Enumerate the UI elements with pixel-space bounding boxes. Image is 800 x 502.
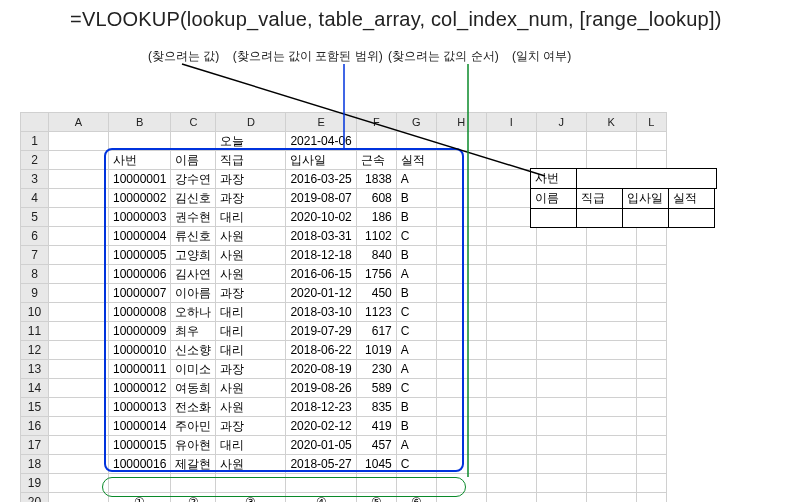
cell-name[interactable]: 유아현 [171, 436, 216, 455]
cell-date[interactable]: 2020-08-19 [286, 360, 356, 379]
cell-grade[interactable]: B [396, 417, 436, 436]
cell-rank[interactable]: 과장 [216, 170, 286, 189]
table-row[interactable]: 1410000012여동희사원2019-08-26589C [21, 379, 667, 398]
cell-rank[interactable]: 과장 [216, 360, 286, 379]
cell-name[interactable]: 오하나 [171, 303, 216, 322]
cell-days[interactable]: 835 [356, 398, 396, 417]
cell-id[interactable]: 10000012 [109, 379, 171, 398]
row-3[interactable]: 3 [21, 170, 49, 189]
cell-rank[interactable]: 과장 [216, 284, 286, 303]
row-19[interactable]: 19 [21, 474, 49, 493]
cell-date[interactable]: 2018-03-10 [286, 303, 356, 322]
table-row[interactable]: 1210000010신소향대리2018-06-221019A [21, 341, 667, 360]
cell-rank[interactable]: 사원 [216, 379, 286, 398]
cell-date[interactable]: 2020-01-12 [286, 284, 356, 303]
lookup-table-2[interactable]: 이름 직급 입사일 실적 [530, 188, 715, 228]
cell-date[interactable]: 2018-06-22 [286, 341, 356, 360]
cell-days[interactable]: 1756 [356, 265, 396, 284]
cell-grade[interactable]: A [396, 170, 436, 189]
cell-days[interactable]: 450 [356, 284, 396, 303]
cell-grade[interactable]: C [396, 322, 436, 341]
cell-id[interactable]: 10000010 [109, 341, 171, 360]
cell-id[interactable]: 10000003 [109, 208, 171, 227]
cell-date[interactable]: 2020-02-12 [286, 417, 356, 436]
hdr-rank[interactable]: 직급 [216, 151, 286, 170]
cell-date[interactable]: 2018-03-31 [286, 227, 356, 246]
cell-name[interactable]: 이미소 [171, 360, 216, 379]
col-A[interactable]: A [49, 113, 109, 132]
row-1[interactable]: 1 [21, 132, 49, 151]
cell-date[interactable]: 2018-05-27 [286, 455, 356, 474]
cell-id[interactable]: 10000002 [109, 189, 171, 208]
cell-days[interactable]: 1045 [356, 455, 396, 474]
cell-date[interactable]: 2019-07-29 [286, 322, 356, 341]
lookup-sabun-value[interactable] [577, 169, 717, 189]
col-C[interactable]: C [171, 113, 216, 132]
circle-2[interactable]: ② [171, 493, 216, 503]
cell-rank[interactable]: 과장 [216, 189, 286, 208]
row-16[interactable]: 16 [21, 417, 49, 436]
cell-grade[interactable]: A [396, 436, 436, 455]
lookup-name-value[interactable] [531, 209, 577, 228]
hdr-name[interactable]: 이름 [171, 151, 216, 170]
row-11[interactable]: 11 [21, 322, 49, 341]
cell-rank[interactable]: 사원 [216, 246, 286, 265]
cell-rank[interactable]: 대리 [216, 341, 286, 360]
lookup-sabun-label[interactable]: 사번 [531, 169, 577, 189]
cell-id[interactable]: 10000013 [109, 398, 171, 417]
col-J[interactable]: J [536, 113, 586, 132]
cell-rank[interactable]: 사원 [216, 398, 286, 417]
cell-today-label[interactable]: 오늘 [216, 132, 286, 151]
cell-grade[interactable]: A [396, 265, 436, 284]
cell-name[interactable]: 전소화 [171, 398, 216, 417]
cell-id[interactable]: 10000014 [109, 417, 171, 436]
cell-name[interactable]: 최우 [171, 322, 216, 341]
cell-id[interactable]: 10000005 [109, 246, 171, 265]
cell-grade[interactable]: B [396, 246, 436, 265]
cell-rank[interactable]: 대리 [216, 208, 286, 227]
cell-grade[interactable]: C [396, 455, 436, 474]
col-L[interactable]: L [636, 113, 666, 132]
cell-rank[interactable]: 사원 [216, 455, 286, 474]
col-G[interactable]: G [396, 113, 436, 132]
col-H[interactable]: H [436, 113, 486, 132]
cell-days[interactable]: 589 [356, 379, 396, 398]
cell-id[interactable]: 10000016 [109, 455, 171, 474]
cell-grade[interactable]: C [396, 303, 436, 322]
lookup-rank-value[interactable] [577, 209, 623, 228]
table-row[interactable]: 1010000008오하나대리2018-03-101123C [21, 303, 667, 322]
cell-name[interactable]: 주아민 [171, 417, 216, 436]
cell-rank[interactable]: 과장 [216, 417, 286, 436]
cell-grade[interactable]: B [396, 208, 436, 227]
cell-grade[interactable]: C [396, 379, 436, 398]
row-20[interactable]: 20 [21, 493, 49, 503]
row-2[interactable]: 2 [21, 151, 49, 170]
row-14[interactable]: 14 [21, 379, 49, 398]
cell-name[interactable]: 고양희 [171, 246, 216, 265]
cell-name[interactable]: 이아름 [171, 284, 216, 303]
cell-days[interactable]: 1838 [356, 170, 396, 189]
row-15[interactable]: 15 [21, 398, 49, 417]
hdr-sabun[interactable]: 사번 [109, 151, 171, 170]
cell-name[interactable]: 강수연 [171, 170, 216, 189]
cell-days[interactable]: 608 [356, 189, 396, 208]
hdr-days[interactable]: 근속 [356, 151, 396, 170]
circle-6[interactable]: ⑥ [396, 493, 436, 503]
cell-date[interactable]: 2019-08-07 [286, 189, 356, 208]
cell-name[interactable]: 여동희 [171, 379, 216, 398]
cell-rank[interactable]: 대리 [216, 303, 286, 322]
cell-days[interactable]: 1102 [356, 227, 396, 246]
cell-name[interactable]: 제갈현 [171, 455, 216, 474]
cell-grade[interactable]: A [396, 341, 436, 360]
table-row[interactable]: 1810000016제갈현사원2018-05-271045C [21, 455, 667, 474]
cell-id[interactable]: 10000007 [109, 284, 171, 303]
cell-days[interactable]: 186 [356, 208, 396, 227]
cell-date[interactable]: 2018-12-18 [286, 246, 356, 265]
col-D[interactable]: D [216, 113, 286, 132]
cell-grade[interactable]: A [396, 360, 436, 379]
cell-days[interactable]: 617 [356, 322, 396, 341]
table-row[interactable]: 1110000009최우대리2019-07-29617C [21, 322, 667, 341]
col-E[interactable]: E [286, 113, 356, 132]
table-row[interactable]: 1310000011이미소과장2020-08-19230A [21, 360, 667, 379]
col-F[interactable]: F [356, 113, 396, 132]
